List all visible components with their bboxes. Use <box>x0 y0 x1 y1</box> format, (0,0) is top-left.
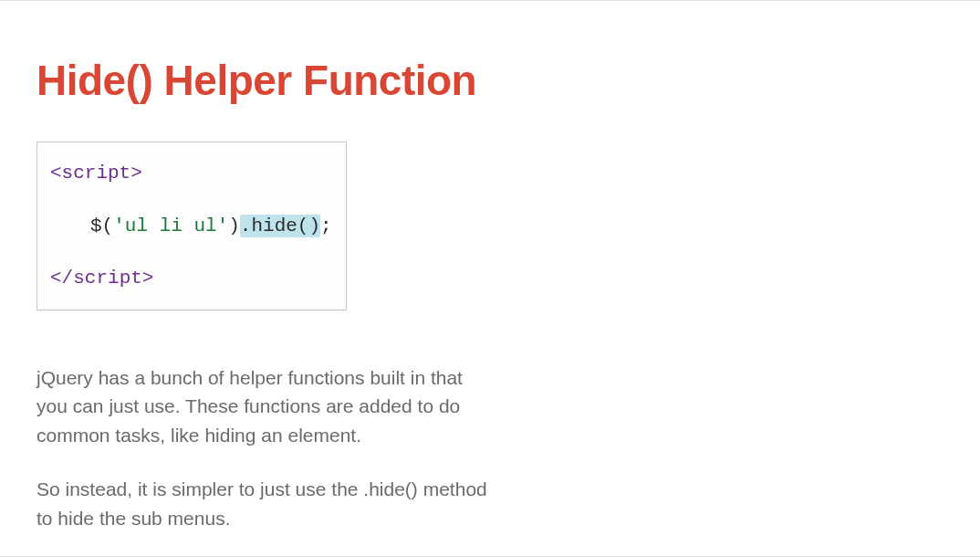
code-jq-method: .hide() <box>240 215 320 236</box>
slide-content: Hide() Helper Function <script> $('ul li… <box>0 1 980 557</box>
paragraph-2: So instead, it is simpler to just use th… <box>36 475 493 532</box>
code-blank-line-2 <box>50 240 333 264</box>
paragraph-1: jQuery has a bunch of helper functions b… <box>36 363 493 450</box>
code-tag-close-lt: < <box>50 268 62 289</box>
code-highlighted-method: .hide() <box>240 215 320 237</box>
code-line-jquery: $('ul li ul').hide(); <box>50 212 333 241</box>
code-jq-selector: 'ul li ul' <box>113 215 228 236</box>
code-line-open-tag: <script> <box>50 159 333 188</box>
code-tag-close-name: script <box>73 268 142 289</box>
code-jq-close-paren: ) <box>228 215 240 236</box>
code-jq-open-paren: ( <box>102 215 114 236</box>
slide-title: Hide() Helper Function <box>36 56 944 105</box>
code-line-close-tag: </script> <box>50 264 333 293</box>
code-blank-line <box>50 188 333 212</box>
code-tag-open-gt: > <box>130 163 142 184</box>
code-tag-open-name: script <box>62 163 131 184</box>
code-jq-semicolon: ; <box>320 215 332 236</box>
code-snippet-box: <script> $('ul li ul').hide(); </script> <box>36 142 347 310</box>
code-jq-dollar: $ <box>90 215 102 236</box>
code-tag-close-slash: / <box>62 268 74 289</box>
code-tag-open-lt: < <box>50 163 62 184</box>
code-tag-close-gt: > <box>142 268 154 289</box>
